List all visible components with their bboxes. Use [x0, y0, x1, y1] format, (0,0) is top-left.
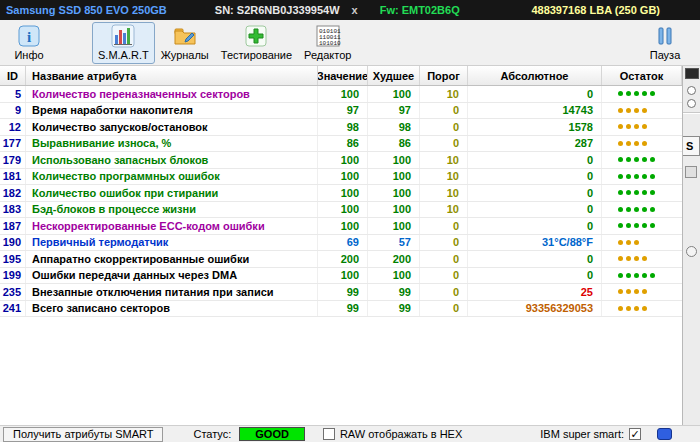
health-dot: [626, 273, 631, 278]
attr-worst: 57: [368, 235, 420, 251]
toolbar-button-label: Пауза: [650, 49, 681, 62]
toolbar-button-editor[interactable]: 010101110011101010Редактор: [298, 22, 357, 64]
smart-table-body: 5Количество переназначенных секторов1001…: [0, 86, 682, 425]
drive-model: Samsung SSD 850 EVO 250GB: [6, 4, 167, 16]
drive-capacity: 488397168 LBA (250 GB): [531, 4, 660, 16]
attr-threshold: 0: [420, 218, 468, 234]
health-dot: [626, 141, 631, 146]
smart-attribute-row[interactable]: 9Время наработки накопителя9797014743: [0, 103, 682, 120]
attr-threshold: 10: [420, 152, 468, 168]
toolbar-button-pause[interactable]: Пауза: [640, 22, 690, 64]
health-dot: [642, 174, 647, 179]
smart-attribute-row[interactable]: 241Всего записано секторов99990933563290…: [0, 301, 682, 318]
ibm-super-smart-checkbox[interactable]: ✓: [629, 428, 641, 440]
health-dot: [634, 190, 639, 195]
smart-attribute-row[interactable]: 187Нескорректированные ECC-кодом ошибки1…: [0, 218, 682, 235]
health-dot: [650, 273, 655, 278]
attr-name: Первичный термодатчик: [26, 235, 318, 251]
health-dot: [618, 91, 623, 96]
attr-name: Внезапные отключения питания при записи: [26, 284, 318, 300]
column-header: ID: [0, 66, 26, 85]
toolbar-button-label: Журналы: [161, 49, 209, 62]
toolbar-button-info[interactable]: iИнфо: [4, 22, 54, 64]
toolbar-button-journals[interactable]: Журналы: [155, 22, 215, 64]
attr-value: 98: [318, 119, 368, 135]
attr-value: 86: [318, 136, 368, 152]
health-dot: [626, 108, 631, 113]
smart-attribute-row[interactable]: 177Выравнивание износа, %86860287: [0, 136, 682, 153]
health-dot: [626, 91, 631, 96]
smart-attribute-row[interactable]: 235Внезапные отключения питания при запи…: [0, 284, 682, 301]
health-dot: [618, 141, 623, 146]
attr-name: Бэд-блоков в процессе жизни: [26, 202, 318, 218]
health-dot: [634, 306, 639, 311]
smart-attribute-row[interactable]: 195Аппаратно скорректированные ошибки200…: [0, 251, 682, 268]
column-header: Остаток: [602, 66, 682, 85]
attr-raw: 0: [468, 218, 602, 234]
panel-widget[interactable]: [685, 166, 697, 178]
attr-value: 100: [318, 218, 368, 234]
separator-x: x: [352, 4, 358, 16]
smart-attribute-row[interactable]: 181Количество программных ошибок10010010…: [0, 169, 682, 186]
attr-health-dots: [602, 235, 682, 251]
attr-name: Количество переназначенных секторов: [26, 86, 318, 102]
health-dot: [618, 157, 623, 162]
health-dot: [634, 124, 639, 129]
attr-id: 9: [0, 103, 26, 119]
raw-hex-checkbox-label: RAW отображать в HEX: [340, 428, 462, 440]
attr-id: 12: [0, 119, 26, 135]
toolbar: iИнфоS.M.A.R.TЖурналыТестирование0101011…: [0, 20, 700, 66]
attr-worst: 99: [368, 301, 420, 317]
smart-attribute-row[interactable]: 183Бэд-блоков в процессе жизни100100100: [0, 202, 682, 219]
toolbar-button-smart[interactable]: S.M.A.R.T: [92, 22, 155, 64]
column-header: Худшее: [368, 66, 420, 85]
health-dot: [650, 91, 655, 96]
health-dot: [626, 223, 631, 228]
toolbar-button-testing[interactable]: Тестирование: [215, 22, 298, 64]
radio-button[interactable]: [687, 86, 696, 95]
health-dot: [626, 190, 631, 195]
smart-attribute-row[interactable]: 182Количество ошибок при стирании1001001…: [0, 185, 682, 202]
attr-value: 100: [318, 185, 368, 201]
attr-value: 100: [318, 268, 368, 284]
health-dot: [642, 207, 647, 212]
drive-firmware: Fw: EMT02B6Q: [380, 4, 460, 16]
attr-health-dots: [602, 86, 682, 102]
toolbar-button-label: Редактор: [304, 49, 351, 62]
smart-attribute-row[interactable]: 179Использовано запасных блоков100100100: [0, 152, 682, 169]
attr-raw: 0: [468, 268, 602, 284]
attr-health-dots: [602, 284, 682, 300]
smart-table-header: IDНазвание атрибутаЗначениеХудшееПорогАб…: [0, 66, 682, 86]
health-dot: [642, 141, 647, 146]
attr-id: 187: [0, 218, 26, 234]
health-dot: [634, 91, 639, 96]
attr-worst: 100: [368, 152, 420, 168]
health-dot: [618, 190, 623, 195]
hex-editor-icon: 010101110011101010: [315, 23, 341, 49]
attr-id: 199: [0, 268, 26, 284]
attr-health-dots: [602, 202, 682, 218]
get-smart-attributes-button[interactable]: Получить атрибуты SMART: [3, 427, 163, 442]
raw-hex-checkbox[interactable]: [323, 428, 335, 440]
smart-attribute-row[interactable]: 190Первичный термодатчик6957031°C/88°F: [0, 235, 682, 252]
smart-attribute-row[interactable]: 12Количество запусков/остановок989801578: [0, 119, 682, 136]
right-panel: S: [683, 66, 700, 425]
smart-attribute-row[interactable]: 199Ошибки передачи данных через DMA10010…: [0, 268, 682, 285]
health-dot: [634, 240, 639, 245]
attr-value: 100: [318, 152, 368, 168]
radio-button[interactable]: [687, 99, 696, 108]
health-dot: [642, 157, 647, 162]
smart-attribute-row[interactable]: 5Количество переназначенных секторов1001…: [0, 86, 682, 103]
scan-button-partial[interactable]: S: [683, 136, 700, 156]
health-dot: [626, 306, 631, 311]
attr-value: 97: [318, 103, 368, 119]
attr-value: 100: [318, 86, 368, 102]
testing-cross-icon: [243, 23, 269, 49]
attr-threshold: 10: [420, 86, 468, 102]
health-dot: [626, 240, 631, 245]
toolbar-button-label: S.M.A.R.T: [98, 49, 149, 62]
attr-threshold: 0: [420, 235, 468, 251]
attr-worst: 100: [368, 86, 420, 102]
health-dot: [634, 141, 639, 146]
health-dot: [642, 124, 647, 129]
